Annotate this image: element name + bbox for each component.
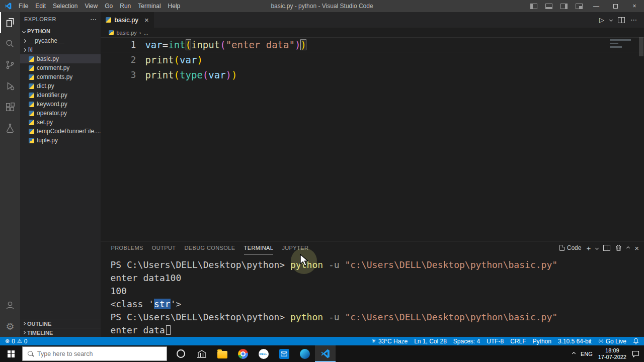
maximize-button[interactable] <box>606 0 625 12</box>
file-item[interactable]: operator.py <box>20 109 101 118</box>
tab-close-icon[interactable]: × <box>144 16 149 24</box>
source-control-icon[interactable] <box>0 54 20 75</box>
file-item[interactable]: tuple.py <box>20 136 101 145</box>
folder-item[interactable]: __pycache__ <box>20 36 101 45</box>
menu-edit[interactable]: Edit <box>32 3 49 10</box>
problems-status[interactable]: ⊗ 0 ⚠ 0 <box>5 338 27 345</box>
python-interpreter[interactable]: 3.10.5 64-bit <box>558 338 592 345</box>
file-item[interactable]: comments.py <box>20 72 101 81</box>
file-item[interactable]: keyword.py <box>20 100 101 109</box>
mail-app-icon[interactable] <box>274 345 294 362</box>
run-debug-icon[interactable] <box>0 75 20 97</box>
terminal-dropdown-icon[interactable] <box>595 246 599 249</box>
file-item[interactable]: basic.py <box>20 54 101 63</box>
hidden-icons-chevron[interactable] <box>572 352 576 355</box>
file-item[interactable]: identifier.py <box>20 90 101 100</box>
editor-scrollbar[interactable] <box>638 37 644 241</box>
kill-terminal-icon[interactable] <box>615 244 622 251</box>
close-window-button[interactable]: × <box>625 0 644 12</box>
notifications-bell-icon[interactable] <box>633 338 639 344</box>
warning-icon: ⚠ <box>17 338 22 344</box>
menu-go[interactable]: Go <box>101 3 116 10</box>
weather-status[interactable]: ☀ 33°C Haze <box>371 338 408 345</box>
settings-gear-icon[interactable]: ⚙ <box>0 316 20 337</box>
search-input[interactable] <box>37 350 162 357</box>
panel-tab-terminal[interactable]: TERMINAL <box>244 241 274 254</box>
testing-icon[interactable] <box>0 118 20 139</box>
timeline-section[interactable]: TIMELINE <box>20 328 101 337</box>
cursor-position[interactable]: Ln 1, Col 28 <box>414 338 447 345</box>
indentation[interactable]: Spaces: 4 <box>453 338 480 345</box>
search-icon[interactable] <box>0 33 20 54</box>
editor-actions: ▷ ⋯ <box>599 12 644 28</box>
menu-file[interactable]: File <box>15 3 32 10</box>
minimap[interactable] <box>610 39 636 50</box>
toggle-panel-icon[interactable] <box>545 4 552 9</box>
vscode-taskbar-icon[interactable] <box>315 345 336 362</box>
split-editor-icon[interactable] <box>618 17 625 23</box>
go-live-button[interactable]: Go Live <box>598 338 626 345</box>
terminal-token: '> <box>171 299 182 309</box>
outline-section[interactable]: OUTLINE <box>20 319 101 328</box>
start-button[interactable] <box>0 345 22 362</box>
extensions-icon[interactable] <box>0 97 20 118</box>
file-explorer-icon[interactable] <box>212 345 232 362</box>
cortana-icon[interactable] <box>171 345 191 362</box>
explorer-icon[interactable] <box>0 12 20 33</box>
taskbar-search[interactable] <box>22 346 167 361</box>
file-item[interactable]: comment.py <box>20 63 101 72</box>
menu-view[interactable]: View <box>81 3 101 10</box>
language-mode[interactable]: Python <box>533 338 551 345</box>
terminal-token: <class ' <box>110 299 154 309</box>
terminal[interactable]: PS C:\Users\DELL\Desktop\python> python … <box>101 254 644 337</box>
dell-app-icon[interactable]: DELL <box>253 345 274 362</box>
new-terminal-icon[interactable]: + <box>586 244 591 252</box>
menu-help[interactable]: Help <box>165 3 184 10</box>
file-item[interactable]: tempCodeRunnerFile.... <box>20 127 101 136</box>
code-text: print(type(var)) <box>136 67 237 82</box>
encoding[interactable]: UTF-8 <box>487 338 504 345</box>
file-item[interactable]: set.py <box>20 118 101 127</box>
tab-basic-py[interactable]: basic.py × <box>101 12 153 28</box>
action-center-icon[interactable] <box>632 350 639 357</box>
code-editor[interactable]: 1var=int(input("enter data"))2print(var)… <box>101 37 644 241</box>
code-token: var <box>145 39 162 50</box>
scrollbar-thumb[interactable] <box>639 37 643 56</box>
terminal-profile[interactable]: Code <box>559 244 582 251</box>
panel-tab-jupyter[interactable]: JUPYTER <box>282 241 308 254</box>
taskbar-clock[interactable]: 18:09 17-07-2022 <box>598 347 626 360</box>
chrome-icon[interactable] <box>232 345 253 362</box>
tree-item-label: basic.py <box>37 55 59 62</box>
section-python[interactable]: PYTHON <box>20 26 101 36</box>
tree-item-label: operator.py <box>37 110 67 117</box>
terminal-token: enter data100 <box>110 273 181 283</box>
more-actions-icon[interactable]: ⋯ <box>630 16 637 24</box>
folder-item[interactable]: l\l <box>20 45 101 54</box>
minimize-button[interactable]: — <box>587 0 606 12</box>
account-icon[interactable] <box>0 295 20 316</box>
customize-layout-icon[interactable] <box>576 4 583 9</box>
menu-run[interactable]: Run <box>116 3 134 10</box>
breadcrumb-file[interactable]: basic.py <box>116 30 136 36</box>
maximize-panel-icon[interactable] <box>626 246 630 249</box>
menu-selection[interactable]: Selection <box>49 3 81 10</box>
menu-terminal[interactable]: Terminal <box>134 3 164 10</box>
tray-time: 18:09 <box>605 347 619 353</box>
run-dropdown-icon[interactable] <box>609 18 613 22</box>
toggle-sidebar-icon[interactable] <box>530 4 537 9</box>
panel-tab-debug-console[interactable]: DEBUG CONSOLE <box>184 241 235 254</box>
breadcrumb-more[interactable]: ... <box>143 30 148 36</box>
breadcrumb[interactable]: basic.py › ... <box>101 28 644 37</box>
building-app-icon[interactable] <box>191 345 212 362</box>
explorer-actions-icon[interactable]: ⋯ <box>90 16 97 23</box>
close-panel-icon[interactable]: × <box>634 244 639 252</box>
toggle-secondary-sidebar-icon[interactable] <box>560 4 568 9</box>
eol-sequence[interactable]: CRLF <box>510 338 526 345</box>
panel-tab-output[interactable]: OUTPUT <box>152 241 176 254</box>
file-item[interactable]: dict.py <box>20 81 101 90</box>
language-indicator[interactable]: ENG <box>581 351 593 357</box>
run-python-file-icon[interactable]: ▷ <box>599 16 604 24</box>
edge-icon[interactable] <box>294 345 315 362</box>
split-terminal-icon[interactable] <box>603 245 610 251</box>
panel-tab-problems[interactable]: PROBLEMS <box>111 241 143 254</box>
